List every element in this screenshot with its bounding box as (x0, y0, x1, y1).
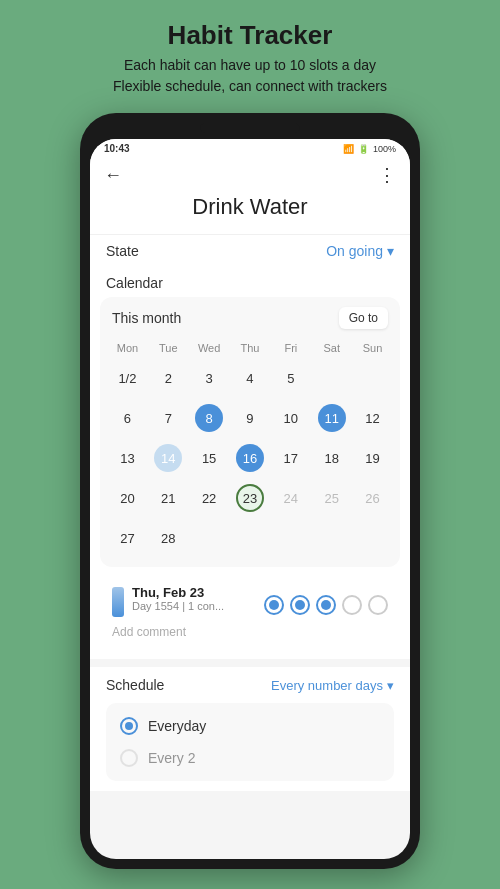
schedule-row: Schedule Every number days ▾ (106, 677, 394, 693)
cal-header-fri: Fri (271, 339, 310, 357)
calendar-month: This month (112, 310, 181, 326)
calendar-card: This month Go to Mon Tue Wed Thu Fri Sat… (100, 297, 400, 567)
cal-day-25[interactable]: 25 (312, 479, 351, 517)
radio-everyday[interactable] (120, 717, 138, 735)
cal-day-28[interactable]: 28 (149, 519, 188, 557)
cal-day-empty3 (190, 519, 229, 557)
cal-day-20[interactable]: 20 (108, 479, 147, 517)
cal-day-4[interactable]: 4 (231, 359, 270, 397)
calendar-grid: Mon Tue Wed Thu Fri Sat Sun 1/2 2 3 4 5 (108, 339, 392, 557)
cal-day-empty7 (353, 519, 392, 557)
cal-day-9[interactable]: 9 (231, 399, 270, 437)
cal-day-21[interactable]: 21 (149, 479, 188, 517)
schedule-label: Schedule (106, 677, 164, 693)
state-label: State (106, 243, 139, 259)
schedule-section: Schedule Every number days ▾ Everyday Ev… (90, 667, 410, 791)
calendar-label: Calendar (90, 267, 410, 297)
state-value: On going (326, 243, 383, 259)
status-bar: 10:43 📶 🔋 100% (90, 139, 410, 158)
state-dropdown[interactable]: On going ▾ (326, 243, 394, 259)
habit-dot-1[interactable] (264, 595, 284, 615)
day-detail-info: Thu, Feb 23 Day 1554 | 1 con... (112, 585, 224, 617)
cal-header-tue: Tue (149, 339, 188, 357)
cal-day-11[interactable]: 11 (312, 399, 351, 437)
day-meta: Day 1554 | 1 con... (132, 600, 224, 612)
calendar-header: This month Go to (108, 307, 392, 329)
cal-day-24[interactable]: 24 (271, 479, 310, 517)
cal-header-sun: Sun (353, 339, 392, 357)
cal-day-empty6 (312, 519, 351, 557)
phone-notch (200, 123, 300, 133)
habit-dots (264, 595, 388, 615)
state-row: State On going ▾ (90, 234, 410, 267)
cal-day-empty5 (271, 519, 310, 557)
app-subtitle-1: Each habit can have up to 10 slots a day (113, 55, 387, 76)
calendar-section: Calendar This month Go to Mon Tue Wed Th… (90, 267, 410, 659)
cal-day-14[interactable]: 14 (149, 439, 188, 477)
cal-day-empty4 (231, 519, 270, 557)
battery-level: 100% (373, 144, 396, 154)
cal-day-5[interactable]: 5 (271, 359, 310, 397)
back-button[interactable]: ← (104, 165, 122, 186)
cal-day-27[interactable]: 27 (108, 519, 147, 557)
cal-day-26[interactable]: 26 (353, 479, 392, 517)
habit-dot-2[interactable] (290, 595, 310, 615)
cal-day-17[interactable]: 17 (271, 439, 310, 477)
schedule-every2-label: Every 2 (148, 750, 195, 766)
habit-dot-5[interactable] (368, 595, 388, 615)
signal-icon: 📶 (343, 144, 354, 154)
cal-header-mon: Mon (108, 339, 147, 357)
status-time: 10:43 (104, 143, 130, 154)
goto-button[interactable]: Go to (339, 307, 388, 329)
schedule-card: Everyday Every 2 (106, 703, 394, 781)
cal-header-sat: Sat (312, 339, 351, 357)
app-title: Habit Tracker (113, 20, 387, 51)
cal-day-3[interactable]: 3 (190, 359, 229, 397)
schedule-option-everyday[interactable]: Everyday (120, 713, 380, 739)
water-icon (112, 587, 124, 617)
cal-day-6[interactable]: 6 (108, 399, 147, 437)
phone-screen: 10:43 📶 🔋 100% ← ⋮ Drink Water State On … (90, 139, 410, 859)
cal-header-wed: Wed (190, 339, 229, 357)
habit-dot-3[interactable] (316, 595, 336, 615)
cal-day-empty1 (312, 359, 351, 397)
chevron-down-icon: ▾ (387, 243, 394, 259)
cal-day-2[interactable]: 2 (149, 359, 188, 397)
screen-title: Drink Water (90, 194, 410, 234)
cal-day-10[interactable]: 10 (271, 399, 310, 437)
cal-header-thu: Thu (231, 339, 270, 357)
schedule-chevron-icon: ▾ (387, 678, 394, 693)
habit-dot-4[interactable] (342, 595, 362, 615)
cal-day-8[interactable]: 8 (190, 399, 229, 437)
cal-day-22[interactable]: 22 (190, 479, 229, 517)
day-date: Thu, Feb 23 (132, 585, 224, 600)
battery-icon: 🔋 (358, 144, 369, 154)
cal-day-16[interactable]: 16 (231, 439, 270, 477)
cal-day-empty2 (353, 359, 392, 397)
cal-day-7[interactable]: 7 (149, 399, 188, 437)
cal-day-12[interactable]: 12 (353, 399, 392, 437)
cal-day-18[interactable]: 18 (312, 439, 351, 477)
schedule-option-every2[interactable]: Every 2 (120, 745, 380, 771)
schedule-dropdown-label: Every number days (271, 678, 383, 693)
cal-day-1[interactable]: 1/2 (108, 359, 147, 397)
top-bar: ← ⋮ (90, 158, 410, 194)
app-header: Habit Tracker Each habit can have up to … (113, 20, 387, 97)
cal-day-15[interactable]: 15 (190, 439, 229, 477)
cal-day-13[interactable]: 13 (108, 439, 147, 477)
schedule-dropdown[interactable]: Every number days ▾ (271, 678, 394, 693)
status-icons: 📶 🔋 100% (343, 144, 396, 154)
cal-day-23[interactable]: 23 (231, 479, 270, 517)
app-subtitle-2: Flexible schedule, can connect with trac… (113, 76, 387, 97)
cal-day-19[interactable]: 19 (353, 439, 392, 477)
day-detail-card: Thu, Feb 23 Day 1554 | 1 con... Add comm… (100, 575, 400, 649)
add-comment[interactable]: Add comment (112, 625, 388, 639)
phone-frame: 10:43 📶 🔋 100% ← ⋮ Drink Water State On … (80, 113, 420, 869)
schedule-everyday-label: Everyday (148, 718, 206, 734)
menu-button[interactable]: ⋮ (378, 164, 396, 186)
radio-every2[interactable] (120, 749, 138, 767)
day-detail-row: Thu, Feb 23 Day 1554 | 1 con... (112, 585, 388, 625)
